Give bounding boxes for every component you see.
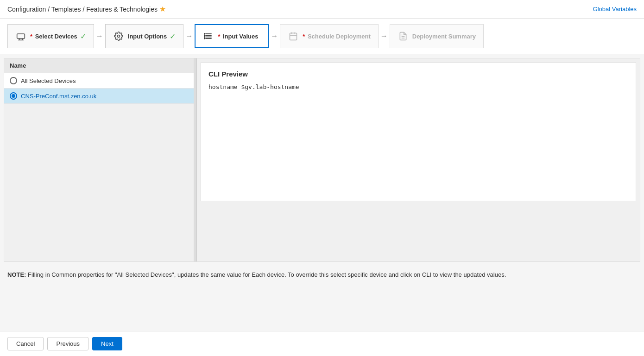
arrow-1: → xyxy=(94,32,105,40)
note-section: NOTE: Filling in Common properties for "… xyxy=(0,266,644,284)
global-variables-link[interactable]: Global Variables xyxy=(593,6,637,13)
radio-cns[interactable] xyxy=(10,92,17,100)
row-label-all: All Selected Devices xyxy=(21,77,76,84)
step1-check-icon: ✓ xyxy=(80,32,86,41)
step-select-devices[interactable]: * Select Devices ✓ xyxy=(7,24,94,48)
svg-point-4 xyxy=(117,35,120,38)
table-header: Name xyxy=(4,58,194,73)
svg-point-10 xyxy=(204,35,205,36)
radio-all-devices[interactable] xyxy=(10,77,17,84)
svg-point-12 xyxy=(204,38,205,39)
step3-label: Input Values xyxy=(223,33,259,40)
svg-rect-13 xyxy=(290,33,297,40)
step-deployment-summary[interactable]: Deployment Summary xyxy=(390,24,484,48)
cli-content: hostname $gv.lab-hostname xyxy=(208,83,628,90)
step5-label: Deployment Summary xyxy=(412,33,476,40)
step-input-options[interactable]: Input Options ✓ xyxy=(105,24,183,48)
wizard-steps: * Select Devices ✓ → Input Options ✓ → xyxy=(0,19,644,54)
doc-icon xyxy=(398,31,409,42)
cli-preview-box: CLI Preview hostname $gv.lab-hostname xyxy=(201,62,636,201)
list-icon xyxy=(203,31,214,42)
svg-point-11 xyxy=(204,37,205,38)
step-schedule-deployment[interactable]: * Schedule Deployment xyxy=(280,24,379,48)
bottom-bar: Cancel Previous Next xyxy=(0,331,644,356)
arrow-3: → xyxy=(269,32,280,40)
step-input-values[interactable]: * Input Values xyxy=(195,24,269,48)
note-bold: NOTE: xyxy=(7,271,26,278)
arrow-2: → xyxy=(183,32,195,40)
svg-rect-0 xyxy=(17,34,25,38)
table-row[interactable]: CNS-PreConf.mst.zen.co.uk xyxy=(4,89,194,104)
table-row[interactable]: All Selected Devices xyxy=(4,73,194,89)
name-column-header: Name xyxy=(4,58,194,73)
left-panel: Name All Selected Devices CNS-PreConf.ms… xyxy=(4,58,194,261)
cancel-button[interactable]: Cancel xyxy=(7,337,44,350)
favorite-star-icon[interactable]: ★ xyxy=(159,5,166,13)
top-header: Configuration / Templates / Features & T… xyxy=(0,0,644,19)
settings-icon xyxy=(113,31,124,42)
step2-label: Input Options xyxy=(128,33,167,40)
step2-check-icon: ✓ xyxy=(170,32,176,41)
row-label-cns: CNS-PreConf.mst.zen.co.uk xyxy=(21,93,96,100)
step4-label: Schedule Deployment xyxy=(308,33,371,40)
breadcrumb-text: Configuration / Templates / Features & T… xyxy=(7,6,158,13)
previous-button[interactable]: Previous xyxy=(47,337,88,350)
right-panel: CLI Preview hostname $gv.lab-hostname xyxy=(197,58,640,261)
next-button[interactable]: Next xyxy=(92,337,122,350)
cli-preview-title: CLI Preview xyxy=(208,70,628,78)
calendar-icon xyxy=(288,31,299,42)
note-text: Filling in Common properties for "All Se… xyxy=(28,271,506,278)
breadcrumb: Configuration / Templates / Features & T… xyxy=(7,5,166,13)
arrow-4: → xyxy=(379,32,390,40)
main-content: Name All Selected Devices CNS-PreConf.ms… xyxy=(4,58,640,262)
step1-label: Select Devices xyxy=(35,33,77,40)
svg-point-9 xyxy=(204,33,205,34)
devices-icon xyxy=(15,31,26,42)
